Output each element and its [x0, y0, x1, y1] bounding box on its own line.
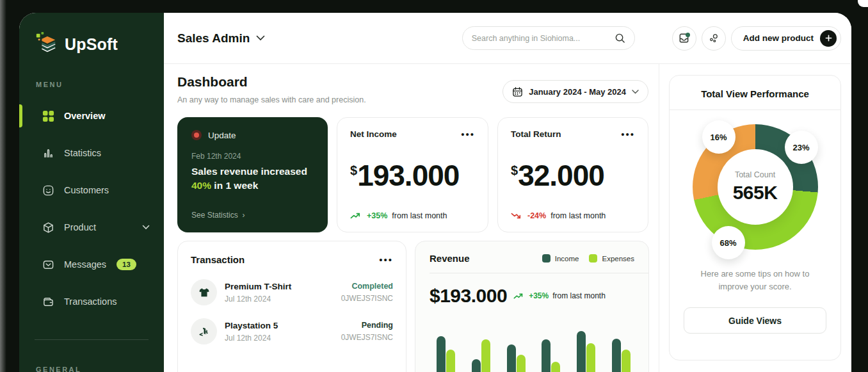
revenue-trend: +35% from last month: [513, 291, 606, 300]
product-avatar: [191, 318, 217, 344]
guide-views-button[interactable]: Guide Views: [684, 307, 826, 334]
transaction-name: Playstation 5: [225, 321, 278, 330]
page-title: Dashboard: [177, 74, 366, 90]
highlight-percent: 40%: [191, 180, 211, 191]
add-new-product-button[interactable]: Add new product: [731, 26, 841, 51]
donut-label-teal: 23%: [785, 131, 818, 164]
trend-down-icon: [511, 212, 523, 220]
share-button[interactable]: [702, 26, 726, 51]
chart-legend: Income Expenses: [542, 254, 634, 263]
sidebar-item-label: Transactions: [64, 296, 117, 307]
total-count-label: Total Count: [735, 170, 775, 179]
photo-edge-artifact: [0, 0, 6, 372]
status-badge: Pending: [362, 321, 393, 330]
wallet-icon: [41, 295, 55, 309]
main-panel: Dashboard An any way to manage sales wit…: [164, 64, 659, 372]
transaction-card: Transaction ••• Premium T-Shirt: [177, 241, 406, 372]
sidebar-item-label: Statistics: [64, 148, 101, 158]
revenue-card: Revenue Income Expenses: [415, 241, 649, 372]
sidebar-item-statistics[interactable]: Statistics: [19, 134, 164, 172]
product-avatar: [191, 279, 217, 305]
sidebar-item-messages[interactable]: Messages 13: [19, 246, 164, 283]
screen-corner-notch: [858, 0, 868, 7]
chevron-down-icon: [256, 35, 265, 41]
topbar: Sales Admin: [164, 13, 851, 64]
bar-group: [437, 336, 455, 372]
income-swatch: [542, 254, 551, 263]
calendar-icon: [512, 86, 523, 97]
inbox-button[interactable]: [672, 26, 696, 51]
currency-symbol: $: [511, 163, 518, 178]
bar-group: [612, 339, 631, 372]
body-row: Dashboard An any way to manage sales wit…: [164, 64, 851, 372]
sidebar-item-label: Messages: [64, 259, 106, 270]
bar-group: [472, 339, 490, 372]
date-range-value: January 2024 - May 2024: [529, 87, 626, 97]
stat-amount: $ 193.000: [350, 161, 475, 190]
divider: [430, 273, 648, 273]
more-options-icon[interactable]: •••: [379, 258, 393, 262]
messages-count-badge: 13: [117, 259, 136, 270]
chevron-right-icon: ›: [242, 211, 245, 220]
trend-suffix: from last month: [392, 211, 447, 220]
see-statistics-link[interactable]: See Statistics ›: [191, 211, 314, 220]
status-badge: Completed: [351, 282, 393, 291]
chevron-down-icon: [632, 90, 639, 94]
sidebar-item-label: Product: [64, 222, 96, 232]
sidebar-item-label: Customers: [64, 185, 109, 195]
envelope-icon: [41, 257, 55, 271]
performance-card: Total View Performance Total Count 565K …: [669, 75, 841, 360]
trend-percent: +35%: [367, 211, 387, 220]
revenue-bar-chart: [430, 316, 634, 372]
transaction-date: Jul 12th 2024: [225, 334, 278, 343]
income-bar: [472, 359, 481, 372]
right-panel: Total View Performance Total Count 565K …: [659, 64, 851, 372]
date-range-picker[interactable]: January 2024 - May 2024: [502, 80, 648, 103]
sidebar-item-customers[interactable]: Customers: [19, 172, 164, 209]
transaction-code: 0JWEJS7ISNC: [341, 294, 393, 303]
menu-section-label: MENU: [19, 81, 164, 88]
income-bar: [577, 331, 586, 372]
donut-label-orange: 16%: [702, 120, 735, 154]
brand-name: UpSoft: [65, 35, 118, 54]
income-bar: [437, 336, 446, 372]
update-headline: Sales revenue increased 40% in 1 week: [191, 165, 314, 193]
stat-amount: $ 32.000: [511, 161, 635, 190]
transaction-row[interactable]: Premium T-Shirt Jul 12th 2024 Completed …: [191, 279, 393, 305]
brand-logo: UpSoft: [19, 32, 164, 56]
more-options-icon[interactable]: •••: [621, 133, 635, 136]
stat-trend: -24% from last month: [511, 211, 635, 220]
sidebar-item-product[interactable]: Product: [19, 209, 164, 246]
donut-label-lime: 68%: [712, 226, 745, 259]
add-new-product-label: Add new product: [743, 33, 814, 43]
search-input[interactable]: [472, 34, 609, 43]
workspace-switcher[interactable]: Sales Admin: [177, 31, 265, 45]
stat-value: 193.000: [357, 161, 459, 190]
transaction-row[interactable]: Playstation 5 Jul 12th 2024 Pending 0JWE…: [191, 318, 393, 344]
trend-up-icon: [350, 212, 362, 220]
update-card: Update Feb 12th 2024 Sales revenue incre…: [177, 117, 328, 232]
transaction-date: Jul 12th 2024: [225, 295, 291, 303]
page-subtitle: An any way to manage sales with care and…: [177, 95, 366, 104]
performance-title: Total View Performance: [684, 88, 826, 99]
sidebar-item-overview[interactable]: Overview: [19, 97, 164, 134]
transaction-name: Premium T-Shirt: [225, 282, 291, 291]
expense-bar: [551, 362, 560, 372]
income-bar: [507, 344, 516, 372]
dashboard-header: Dashboard An any way to manage sales wit…: [177, 74, 648, 104]
stat-value: 32.000: [518, 161, 604, 190]
trend-up-icon: [513, 293, 525, 300]
search-bar[interactable]: [462, 26, 635, 50]
expense-bar: [586, 343, 595, 372]
upsoft-logo-icon: [35, 32, 59, 56]
expense-bar: [481, 339, 490, 372]
tshirt-icon: [198, 286, 211, 299]
workspace-title: Sales Admin: [177, 31, 250, 45]
expense-bar: [517, 355, 526, 372]
general-section-label: GENERAL: [19, 366, 164, 372]
income-bar: [612, 339, 621, 372]
stat-cards-row: Update Feb 12th 2024 Sales revenue incre…: [177, 117, 648, 232]
more-options-icon[interactable]: •••: [461, 133, 475, 136]
sidebar-item-transactions[interactable]: Transactions: [19, 283, 164, 320]
legend-expenses: Expenses: [589, 254, 634, 263]
